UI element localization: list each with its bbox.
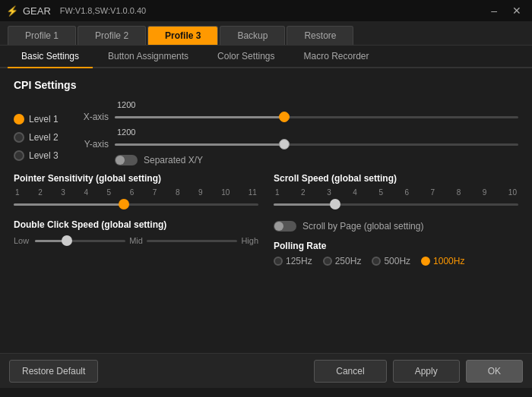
polling-1000[interactable]: 1000Hz (421, 256, 464, 266)
cpi-level-2-row: Level 2 (14, 132, 67, 143)
scroll-by-page-row: Scroll by Page (global setting) (274, 221, 518, 232)
polling-125-label: 125Hz (286, 256, 312, 266)
polling-125[interactable]: 125Hz (274, 256, 312, 266)
titlebar: ⚡ GEAR FW:V1.8,SW:V1.0.0.40 – ✕ (0, 0, 532, 21)
scroll-speed-slider[interactable] (274, 198, 518, 210)
polling-rate-title: Polling Rate (274, 241, 518, 251)
right-column: Scroll Speed (global setting) 1 2 3 4 5 … (274, 173, 518, 266)
left-column: Pointer Sensitivity (global setting) 1 2… (14, 173, 258, 266)
tab-color-settings[interactable]: Color Settings (204, 46, 288, 68)
cpi-level-1-row: Level 1 (14, 114, 67, 124)
minimize-button[interactable]: – (486, 3, 502, 18)
footer: Restore Default Cancel Apply OK (0, 353, 532, 388)
ok-button[interactable]: OK (466, 360, 523, 383)
scroll-by-page-toggle[interactable] (274, 221, 296, 232)
y-axis-slider-row: Y-axis (74, 138, 518, 150)
x-axis-track[interactable] (115, 111, 518, 123)
y-axis-label: Y-axis (74, 139, 109, 150)
brand-name: GEAR (23, 5, 51, 17)
polling-250-label: 250Hz (335, 256, 362, 266)
separated-xy-label: Separated X/Y (144, 155, 203, 165)
x-axis-row: 1200 X-axis (74, 100, 518, 123)
pointer-scale: 1 2 3 4 5 6 7 8 9 10 11 (14, 188, 258, 197)
double-click-low: Low (14, 236, 35, 245)
cpi-level-2-label: Level 2 (29, 132, 59, 143)
footer-left: Restore Default (9, 360, 98, 383)
titlebar-controls: – ✕ (486, 3, 526, 18)
profile-tabs: Profile 1 Profile 2 Profile 3 Backup Res… (0, 21, 532, 46)
cpi-level-1-label: Level 1 (29, 114, 59, 124)
logo-icon: ⚡ (6, 5, 18, 17)
tab-basic-settings[interactable]: Basic Settings (8, 46, 93, 68)
polling-rate-section: Polling Rate 125Hz 250Hz 500Hz (274, 241, 518, 266)
cpi-levels: Level 1 Level 2 Level 3 (14, 114, 67, 165)
polling-250[interactable]: 250Hz (323, 256, 362, 266)
profile-tab-2[interactable]: Profile 2 (78, 26, 146, 45)
profile-tab-restore[interactable]: Restore (287, 26, 353, 45)
double-click-label: Double Click Speed (global setting) (14, 219, 258, 230)
polling-250-radio (323, 257, 332, 266)
polling-1000-label: 1000Hz (433, 256, 464, 266)
x-axis-label: X-axis (74, 112, 109, 122)
cpi-level-1-radio[interactable] (14, 114, 24, 124)
double-click-slider-wrap: Low Mid High (14, 235, 258, 247)
x-axis-value: 1200 (117, 100, 518, 109)
profile-tab-3[interactable]: Profile 3 (147, 26, 218, 45)
restore-default-button[interactable]: Restore Default (9, 360, 98, 383)
profile-tab-backup[interactable]: Backup (220, 26, 285, 45)
y-axis-track[interactable] (115, 138, 518, 150)
sub-tabs: Basic Settings Button Assignments Color … (0, 46, 532, 68)
separated-xy-row: Separated X/Y (115, 155, 518, 165)
polling-125-radio (274, 257, 283, 266)
apply-button[interactable]: Apply (393, 360, 460, 383)
main-content: CPI Settings Level 1 Level 2 Level 3 120… (0, 68, 532, 353)
scroll-speed-section: Scroll Speed (global setting) 1 2 3 4 5 … (274, 173, 518, 210)
cpi-level-3-label: Level 3 (29, 150, 59, 161)
cpi-level-3-row: Level 3 (14, 150, 67, 161)
firmware-version: FW:V1.8,SW:V1.0.0.40 (60, 6, 146, 15)
cpi-sliders: 1200 X-axis 1200 Y-axis (74, 100, 518, 165)
cpi-title: CPI Settings (14, 79, 518, 91)
scroll-by-page-label: Scroll by Page (global setting) (302, 221, 423, 232)
pointer-sensitivity-slider[interactable] (14, 198, 258, 210)
scroll-by-page-knob (274, 222, 283, 231)
pointer-sensitivity-section: Pointer Sensitivity (global setting) 1 2… (14, 173, 258, 210)
polling-1000-radio (421, 257, 430, 266)
polling-500-radio (372, 257, 381, 266)
cancel-button[interactable]: Cancel (314, 360, 386, 383)
polling-500-label: 500Hz (384, 256, 410, 266)
footer-right: Cancel Apply OK (314, 360, 523, 383)
double-click-slider[interactable] (35, 235, 125, 247)
x-axis-slider-row: X-axis (74, 111, 518, 123)
y-axis-row: 1200 Y-axis (74, 128, 518, 150)
double-click-high: High (237, 236, 258, 245)
y-axis-value: 1200 (117, 128, 518, 137)
bottom-section: Pointer Sensitivity (global setting) 1 2… (14, 173, 518, 266)
cpi-level-3-radio[interactable] (14, 150, 24, 161)
pointer-sensitivity-label: Pointer Sensitivity (global setting) (14, 173, 258, 184)
tab-macro-recorder[interactable]: Macro Recorder (290, 46, 382, 68)
toggle-knob (116, 156, 125, 165)
double-click-section: Double Click Speed (global setting) Low … (14, 219, 258, 247)
close-button[interactable]: ✕ (508, 3, 526, 18)
titlebar-left: ⚡ GEAR FW:V1.8,SW:V1.0.0.40 (6, 5, 146, 17)
polling-500[interactable]: 500Hz (372, 256, 410, 266)
separated-xy-toggle[interactable] (115, 155, 138, 165)
profile-tab-1[interactable]: Profile 1 (8, 26, 76, 45)
scroll-speed-scale: 1 2 3 4 5 6 7 8 9 10 (274, 188, 518, 197)
tab-button-assignments[interactable]: Button Assignments (94, 46, 202, 68)
double-click-mid: Mid (125, 236, 147, 245)
cpi-section: Level 1 Level 2 Level 3 1200 X-axis (14, 100, 518, 165)
scroll-speed-label: Scroll Speed (global setting) (274, 173, 518, 184)
polling-options: 125Hz 250Hz 500Hz 1000Hz (274, 256, 518, 266)
cpi-level-2-radio[interactable] (14, 132, 24, 143)
